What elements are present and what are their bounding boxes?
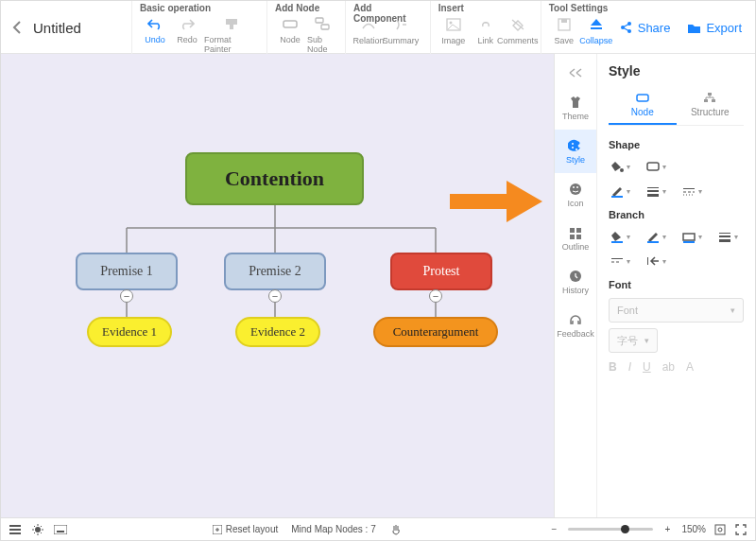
summary-button[interactable]: Summary: [386, 16, 416, 45]
add-node-button[interactable]: Node: [275, 15, 305, 44]
doc-title[interactable]: Untitled: [33, 1, 131, 54]
format-painter-button[interactable]: Format Painter: [204, 15, 259, 54]
fit-screen-icon[interactable]: [713, 523, 727, 536]
border-style-button[interactable]: ▾: [680, 183, 703, 200]
svg-point-15: [572, 147, 574, 148]
shape-type-button[interactable]: ▾: [644, 158, 667, 175]
keyboard-icon[interactable]: [54, 523, 67, 536]
branch-color-button[interactable]: ▾: [609, 228, 631, 245]
svg-point-48: [35, 527, 41, 532]
collapse-button[interactable]: Collapse: [581, 16, 611, 45]
brightness-icon[interactable]: [31, 523, 44, 536]
svg-rect-37: [647, 241, 659, 243]
svg-point-16: [576, 148, 577, 150]
underline-button[interactable]: U: [643, 360, 651, 374]
svg-rect-44: [647, 257, 648, 265]
svg-rect-42: [719, 239, 730, 242]
font-size-select[interactable]: 字号▾: [609, 328, 658, 353]
svg-rect-22: [570, 235, 575, 239]
fullscreen-icon[interactable]: [734, 523, 747, 536]
export-button[interactable]: Export: [687, 21, 742, 35]
main: Contention Premise 1 Premise 2 Protest E…: [1, 54, 755, 519]
branch-dash-button[interactable]: ▾: [609, 253, 631, 270]
branch-arrow-button[interactable]: ▾: [644, 253, 667, 270]
tab-outline[interactable]: Outline: [555, 217, 597, 260]
relation-button[interactable]: Relation: [353, 16, 384, 45]
svg-rect-28: [712, 99, 715, 102]
add-subnode-button[interactable]: Sub Node: [307, 15, 337, 54]
svg-rect-33: [647, 190, 659, 192]
collapse-toggle[interactable]: −: [120, 289, 133, 303]
branch-shape-button[interactable]: ▾: [680, 228, 703, 245]
section-font: Font: [609, 279, 744, 290]
headset-icon: [568, 313, 583, 326]
svg-rect-25: [637, 95, 648, 101]
insert-link-button[interactable]: Link: [471, 16, 501, 45]
svg-rect-39: [683, 241, 695, 243]
svg-rect-4: [321, 25, 329, 29]
border-color-button[interactable]: ▾: [609, 183, 631, 200]
subtab-structure[interactable]: Structure: [677, 92, 745, 125]
annotation-arrow-icon: [450, 181, 542, 222]
collapse-panel-button[interactable]: [555, 60, 597, 86]
svg-rect-0: [226, 19, 237, 25]
view-list-icon[interactable]: [9, 523, 22, 536]
smile-icon: [568, 183, 583, 196]
pan-icon[interactable]: [389, 523, 403, 536]
tab-style[interactable]: Style: [555, 130, 597, 173]
svg-rect-35: [683, 188, 695, 189]
svg-rect-30: [647, 163, 659, 170]
svg-rect-1: [230, 25, 233, 29]
redo-button[interactable]: Redo: [172, 15, 202, 44]
font-family-select[interactable]: Font▾: [609, 298, 744, 323]
svg-rect-31: [611, 196, 623, 198]
font-color-button[interactable]: A: [686, 360, 694, 374]
node-evidence-2[interactable]: Evidence 2: [235, 317, 320, 347]
subtab-node[interactable]: Node: [609, 92, 677, 125]
tab-feedback[interactable]: Feedback: [555, 304, 597, 347]
node-protest[interactable]: Protest: [390, 253, 492, 290]
undo-button[interactable]: Undo: [140, 15, 170, 44]
branch-pen-button[interactable]: ▾: [644, 228, 667, 245]
bold-button[interactable]: B: [609, 360, 617, 374]
zoom-slider[interactable]: [568, 528, 653, 531]
group-tools-label: Tool Settings: [549, 1, 611, 14]
share-button[interactable]: Share: [619, 21, 671, 35]
tab-icon[interactable]: Icon: [555, 173, 597, 217]
canvas[interactable]: Contention Premise 1 Premise 2 Protest E…: [1, 54, 554, 519]
italic-button[interactable]: I: [628, 360, 631, 374]
reset-layout-button[interactable]: Reset layout: [213, 524, 279, 534]
svg-rect-43: [611, 258, 623, 259]
node-counterargument[interactable]: Counterargument: [373, 317, 498, 347]
svg-rect-36: [611, 241, 623, 243]
back-button[interactable]: [1, 1, 33, 54]
svg-point-18: [573, 186, 575, 188]
style-panel: Style Node Structure Shape ▾ ▾ ▾ ▾ ▾ Bra…: [596, 54, 755, 519]
node-premise-1[interactable]: Premise 1: [76, 253, 178, 290]
svg-point-19: [576, 186, 578, 188]
strikethrough-button[interactable]: ab: [662, 360, 675, 374]
insert-comments-button[interactable]: Comments: [503, 16, 533, 45]
svg-rect-20: [570, 228, 575, 233]
tab-history[interactable]: History: [555, 260, 597, 304]
shape-fill-button[interactable]: ▾: [609, 158, 631, 175]
zoom-out-button[interactable]: −: [547, 523, 560, 536]
status-bar: Reset layout Mind Map Nodes : 7 − + 150%: [1, 517, 755, 540]
node-evidence-1[interactable]: Evidence 1: [87, 317, 172, 347]
panel-title: Style: [609, 63, 744, 79]
branch-width-button[interactable]: ▾: [716, 228, 739, 245]
tab-theme[interactable]: Theme: [555, 86, 597, 130]
group-insert-label: Insert: [438, 1, 533, 14]
border-width-button[interactable]: ▾: [644, 183, 667, 200]
node-premise-2[interactable]: Premise 2: [224, 253, 326, 290]
ribbon: Basic operation Undo Redo Format Painter…: [131, 1, 619, 54]
zoom-in-button[interactable]: +: [661, 523, 674, 536]
collapse-toggle[interactable]: −: [429, 289, 442, 303]
insert-image-button[interactable]: Image: [438, 16, 469, 45]
node-root[interactable]: Contention: [185, 152, 364, 205]
svg-rect-3: [316, 18, 323, 23]
save-button[interactable]: Save: [549, 16, 579, 45]
collapse-toggle[interactable]: −: [268, 289, 282, 303]
svg-point-6: [449, 22, 452, 25]
svg-rect-41: [719, 236, 730, 237]
